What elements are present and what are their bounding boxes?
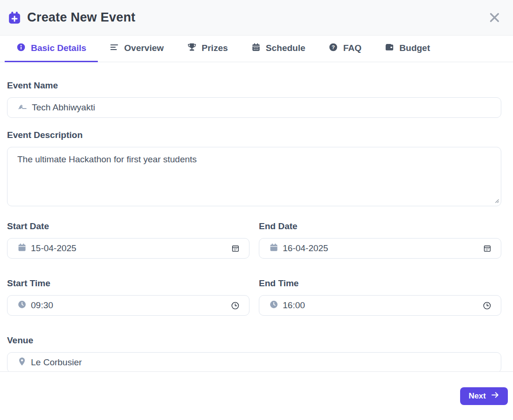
- form-content: Event Name Event Description The ultimat…: [0, 62, 513, 372]
- tab-label: Overview: [124, 43, 164, 53]
- start-date-label: Start Date: [7, 221, 249, 232]
- tab-label: Schedule: [266, 43, 305, 53]
- trophy-icon: [187, 43, 197, 54]
- time-picker-icon[interactable]: [231, 301, 240, 310]
- event-name-label: Event Name: [7, 80, 501, 91]
- signature-icon: [17, 101, 28, 114]
- date-row: Start Date: [7, 221, 501, 259]
- wallet-icon: [385, 43, 394, 54]
- svg-text:?: ?: [332, 44, 335, 50]
- venue-field: [7, 352, 501, 372]
- event-description-label: Event Description: [7, 130, 501, 140]
- tab-label: Prizes: [202, 43, 228, 53]
- end-time-group: End Time: [259, 278, 501, 316]
- event-name-input[interactable]: [32, 102, 491, 113]
- venue-input[interactable]: [31, 357, 491, 368]
- tab-schedule[interactable]: Schedule: [240, 36, 317, 62]
- date-picker-icon[interactable]: [231, 244, 240, 253]
- venue-group: Venue: [7, 335, 501, 372]
- end-time-input[interactable]: [283, 300, 478, 311]
- modal-header: Create New Event: [0, 0, 513, 36]
- time-picker-icon[interactable]: [483, 301, 491, 310]
- clock-icon: [269, 300, 278, 311]
- event-description-input[interactable]: The ultimate Hackathon for first year st…: [7, 147, 501, 206]
- modal-footer: Next: [0, 372, 513, 420]
- map-pin-icon: [17, 357, 27, 368]
- question-circle-icon: ?: [329, 43, 338, 54]
- end-time-field: [259, 295, 501, 316]
- event-description-group: Event Description The ultimate Hackathon…: [7, 130, 501, 208]
- end-date-label: End Date: [259, 221, 501, 232]
- event-name-group: Event Name: [7, 80, 501, 118]
- tab-label: FAQ: [343, 43, 361, 53]
- event-name-field: [7, 97, 501, 118]
- time-row: Start Time: [7, 278, 501, 316]
- start-time-input[interactable]: [31, 300, 227, 311]
- start-date-group: Start Date: [7, 221, 249, 259]
- calendar-icon: [17, 243, 27, 254]
- tab-label: Basic Details: [31, 43, 86, 53]
- arrow-right-icon: [491, 391, 499, 402]
- end-date-input[interactable]: [283, 243, 479, 253]
- tab-prizes[interactable]: Prizes: [176, 36, 240, 62]
- start-time-field: [7, 295, 249, 316]
- end-time-label: End Time: [259, 278, 501, 289]
- calendar-grid-icon: [251, 43, 261, 54]
- info-circle-icon: [16, 43, 26, 54]
- tab-faq[interactable]: ? FAQ: [317, 36, 373, 62]
- end-date-group: End Date: [259, 221, 501, 259]
- close-icon[interactable]: [487, 10, 502, 25]
- start-time-group: Start Time: [7, 278, 249, 316]
- calendar-plus-icon: [7, 11, 22, 25]
- start-time-label: Start Time: [7, 278, 249, 289]
- tab-bar: Basic Details Overview Prizes: [0, 36, 513, 62]
- start-date-field: [7, 238, 249, 259]
- create-event-modal: Create New Event Basic Details: [0, 0, 513, 420]
- next-button[interactable]: Next: [460, 387, 508, 405]
- tab-label: Budget: [399, 43, 430, 53]
- align-left-icon: [110, 43, 119, 54]
- end-date-field: [259, 238, 501, 259]
- clock-icon: [17, 300, 27, 311]
- tab-basic-details[interactable]: Basic Details: [5, 36, 98, 62]
- page-title: Create New Event: [27, 10, 135, 25]
- calendar-icon: [269, 243, 278, 254]
- next-button-label: Next: [469, 391, 486, 401]
- start-date-input[interactable]: [31, 243, 227, 253]
- tab-budget[interactable]: Budget: [373, 36, 441, 62]
- date-picker-icon[interactable]: [483, 244, 491, 253]
- venue-label: Venue: [7, 335, 501, 346]
- tab-overview[interactable]: Overview: [98, 36, 176, 62]
